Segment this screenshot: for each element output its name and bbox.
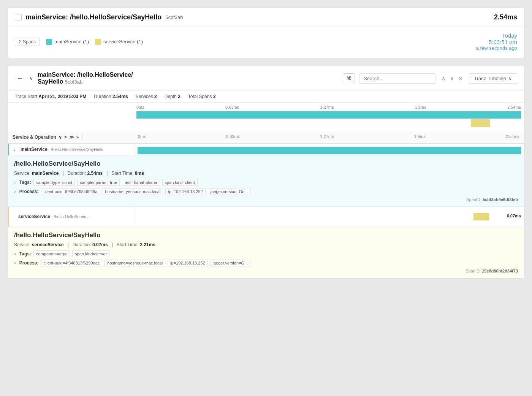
service-service-tag: serviceService (1) <box>95 39 143 45</box>
span-bar-1 <box>473 213 489 220</box>
svc-header-arrow-right[interactable]: > <box>64 135 67 140</box>
span-detail-title-0: /hello.HelloService/SayHello <box>14 160 518 168</box>
trace-detail-title: mainService: /hello.HelloService/SayHell… <box>38 71 338 85</box>
span-detail-meta-0: Service: mainService | Duration: 2.54ms … <box>14 171 518 176</box>
tag-0-2: test=hahahahaha <box>122 179 160 186</box>
trace-detail-id: 5cbf3ab <box>65 79 82 85</box>
span-process-row-1: > Process: client-uuid=4f348313f6299eac … <box>14 260 518 266</box>
gantt-main-row <box>136 111 521 119</box>
divider <box>82 134 83 140</box>
proc-0-0: client-uuid=6960e7ff8fd92f8a <box>41 188 100 195</box>
span-detail-1: /hello.HelloService/SayHello Service: se… <box>8 227 524 278</box>
ruler-label-0: 0ms <box>136 105 144 109</box>
ruler-label-4: 2.54ms <box>507 105 521 109</box>
span-bar-0 <box>138 147 521 154</box>
span-detail-title-1: /hello.HelloService/SayHello <box>14 231 518 239</box>
main-service-tag: mainService (1) <box>46 39 89 45</box>
span-tags-row-0: > Tags: sampler.type=const sampler.param… <box>14 179 518 186</box>
meta-time: 5:03:51 pm <box>476 39 517 45</box>
span-detail-0: /hello.HelloService/SayHello Service: ma… <box>8 155 524 207</box>
tl-label-4: 2.54ms <box>506 134 519 140</box>
svc-header-label: Service & Operation <box>13 135 56 140</box>
trace-timeline-chevron: ∨ <box>508 76 512 81</box>
main-service-color <box>46 39 52 45</box>
tl-label-2: 1.27ms <box>320 134 334 140</box>
trace-meta-row: Trace Start April 21, 2019 5:03 PM Durat… <box>8 91 524 103</box>
gantt-main-bar <box>136 111 521 119</box>
tag-1-1: span.kind=server <box>72 250 109 257</box>
search-nav-close[interactable]: ✕ <box>457 74 464 82</box>
span-collapse-0[interactable]: ∨ <box>13 147 18 152</box>
spans-badge: 2 Spans <box>15 38 40 46</box>
process-expand-0[interactable]: > <box>14 190 16 194</box>
mini-gantt <box>133 109 524 128</box>
cmd-badge[interactable]: ⌘ <box>343 73 355 83</box>
top-card: mainService: /hello.HelloService/SayHell… <box>8 8 524 58</box>
ruler-left-spacer <box>8 103 133 131</box>
back-button[interactable]: ← <box>15 73 25 84</box>
trace-start-meta: Trace Start April 21, 2019 5:03 PM <box>15 94 86 99</box>
trace-detail-header: ← ∨ mainService: /hello.HelloService/Say… <box>8 66 524 91</box>
top-card-duration: 2.54ms <box>494 13 517 21</box>
ruler-labels: 0ms 0.63ms 1.27ms 1.9ms 2.54ms <box>133 105 524 109</box>
span-tags-row-1: > Tags: component=grpc span.kind=server <box>14 250 518 257</box>
span-row-1: serviceService /hello.HelloServic... 0.0… <box>8 207 524 227</box>
title-row: mainService: /hello.HelloService/SayHell… <box>15 13 183 21</box>
service-service-color <box>95 39 101 45</box>
tl-label-3: 1.9ms <box>414 134 426 140</box>
span-duration-label-1: 0.07ms <box>507 214 521 218</box>
span-id-row-0: SpanID: 5cbf3ab9e6df3feb <box>14 197 518 202</box>
svc-header-chevron[interactable]: ∨ <box>59 135 62 140</box>
proc-0-1: hostname=yeshous-mac.local <box>103 188 163 195</box>
proc-1-0: client-uuid=4f348313f6299eac <box>41 260 103 266</box>
depth-meta: Depth 2 <box>165 94 180 99</box>
span-service-info-0: mainService /hello.HelloService/SayHello <box>21 147 103 152</box>
tl-label-1: 0.63ms <box>226 134 240 140</box>
svc-col-header: Service & Operation ∨ > ≫ » <box>8 131 133 143</box>
span-operation-0: /hello.HelloService/SayHello <box>51 147 103 152</box>
trace-detail-card: ← ∨ mainService: /hello.HelloService/Say… <box>8 66 524 279</box>
meta-date: Today <box>476 32 517 39</box>
tags-expand-1[interactable]: > <box>14 252 16 256</box>
proc-1-3: jaeger.version=G... <box>210 260 251 266</box>
trace-timeline-button[interactable]: Trace Timeline ∨ <box>469 73 517 84</box>
span-row-0: ∨ mainService /hello.HelloService/SayHel… <box>8 144 524 155</box>
main-service-label: mainService (1) <box>54 39 89 44</box>
top-card-meta: 2 Spans mainService (1) serviceService (… <box>8 27 524 58</box>
span-process-row-0: > Process: client-uuid=6960e7ff8fd92f8a … <box>14 188 518 195</box>
search-box[interactable] <box>359 73 435 84</box>
collapse-icon[interactable]: ∨ <box>29 75 33 81</box>
svc-header-dbl-chevron[interactable]: ≫ <box>69 135 74 140</box>
proc-1-2: ip=192.168.13.252 <box>168 260 207 266</box>
svc-header-dbl-arrow[interactable]: » <box>76 135 79 140</box>
ruler-label-2: 1.27ms <box>320 105 334 109</box>
ruler-right: 0ms 0.63ms 1.27ms 1.9ms 2.54ms <box>133 103 524 131</box>
ruler-label-3: 1.9ms <box>415 105 426 109</box>
tag-0-3: span.kind=client <box>162 179 198 186</box>
span-detail-meta-1: Service: serviceService | Duration: 0.07… <box>14 242 518 247</box>
timeline-ruler: 0ms 0.63ms 1.27ms 1.9ms 2.54ms <box>8 103 524 131</box>
tag-0-0: sampler.type=const <box>33 179 75 186</box>
ruler-label-1: 0.63ms <box>225 105 239 109</box>
search-nav-up[interactable]: ∧ <box>440 74 447 82</box>
meta-ago: a few seconds ago <box>476 45 517 51</box>
timeline-col-header: 0ms 0.63ms 1.27ms 1.9ms 2.54ms <box>133 131 524 143</box>
span-row-left-0: ∨ mainService /hello.HelloService/SayHel… <box>9 144 135 155</box>
search-nav-down[interactable]: ∨ <box>448 74 455 82</box>
process-expand-1[interactable]: > <box>14 261 16 265</box>
tag-1-0: component=grpc <box>33 250 70 257</box>
trace-timeline-label: Trace Timeline <box>474 76 506 81</box>
span-service-name-1: serviceService <box>18 214 50 219</box>
span-id-row-1: SpanID: 15c8d06bf2d34f73 <box>14 269 518 273</box>
trace-checkbox[interactable] <box>15 14 22 21</box>
span-row-left-1: serviceService /hello.HelloServic... <box>9 207 135 227</box>
proc-0-3: jaeger.version=Go... <box>208 188 251 195</box>
top-trace-id: 5cbf3ab <box>165 14 183 20</box>
top-card-title: mainService: /hello.HelloService/SayHell… <box>25 13 162 21</box>
meta-left: 2 Spans mainService (1) serviceService (… <box>15 38 143 46</box>
span-row-right-1: 0.07ms <box>135 207 524 227</box>
span-bar-container-1: 0.07ms <box>135 210 524 223</box>
tags-expand-0[interactable]: > <box>14 181 16 185</box>
search-input[interactable] <box>364 76 431 81</box>
span-operation-1: /hello.HelloServic... <box>54 214 89 219</box>
